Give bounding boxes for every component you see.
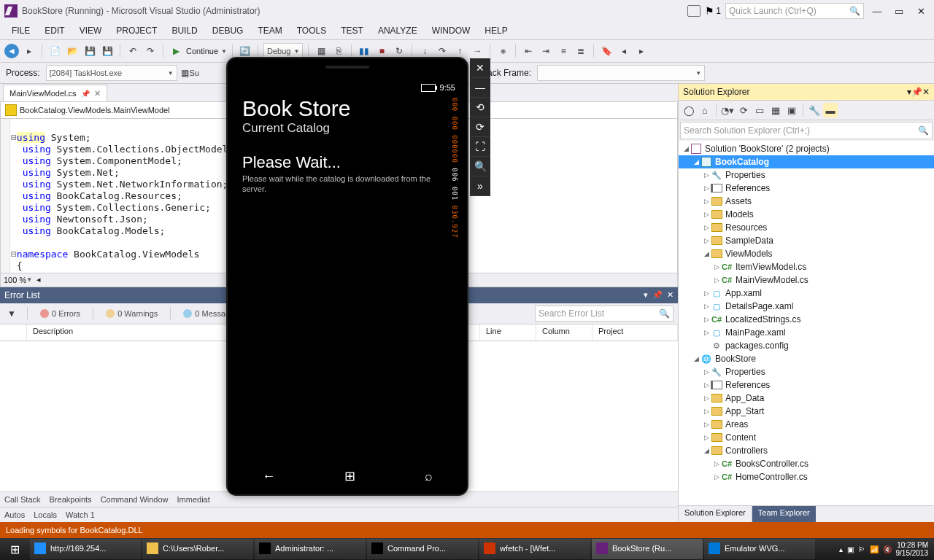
tab-breakpoints[interactable]: Breakpoints	[50, 495, 92, 504]
tree-item[interactable]: ▷Content	[679, 431, 934, 444]
emu-more-button[interactable]: »	[470, 176, 490, 196]
prev-bookmark[interactable]: ◂	[617, 44, 631, 58]
bookmark[interactable]: 🔖	[599, 44, 614, 58]
filter-icon[interactable]: ▼	[4, 306, 19, 321]
phone-screen[interactable]: 9:55 Book Store Current Catalog Please W…	[235, 80, 460, 458]
menu-file[interactable]: FILE	[6, 24, 36, 37]
new-project-button[interactable]: 📄	[47, 44, 62, 58]
menu-edit[interactable]: EDIT	[39, 24, 70, 37]
tab-locals[interactable]: Locals	[34, 510, 57, 519]
warnings-filter[interactable]: 0 Warnings	[101, 308, 162, 319]
tree-item[interactable]: ▷References	[679, 182, 934, 195]
uncomment[interactable]: ≣	[574, 44, 588, 58]
tab-teamexp[interactable]: Team Explorer	[752, 506, 816, 522]
errors-filter[interactable]: 0 Errors	[36, 308, 85, 319]
task-item[interactable]: wfetch - [Wfet...	[479, 539, 590, 559]
pin-icon[interactable]: 📌	[652, 290, 663, 300]
solexp-search[interactable]: Search Solution Explorer (Ctrl+;)🔍	[680, 122, 933, 139]
menu-test[interactable]: TEST	[335, 24, 369, 37]
phone-search-button[interactable]: ⌕	[425, 469, 433, 484]
tab-commandwindow[interactable]: Command Window	[101, 495, 169, 504]
save-all-button[interactable]: 💾	[100, 44, 115, 58]
tab-solexp[interactable]: Solution Explorer	[679, 506, 752, 522]
stop-button[interactable]: ■	[374, 44, 389, 58]
col-line[interactable]: Line	[480, 324, 536, 341]
menu-help[interactable]: HELP	[479, 24, 513, 37]
menu-build[interactable]: BUILD	[166, 24, 203, 37]
nav-fwd-button[interactable]: ▸	[22, 44, 36, 58]
open-button[interactable]: 📂	[65, 44, 80, 58]
scope-button[interactable]: ◔▾	[720, 103, 735, 117]
tree-item[interactable]: ▷App_Data	[679, 392, 934, 405]
close-icon[interactable]: ✕	[94, 89, 101, 98]
show-all-button[interactable]: ▦	[768, 103, 783, 117]
tool-b[interactable]: ⎘	[331, 44, 346, 58]
col-project[interactable]: Project	[593, 324, 678, 341]
intellitrace-button[interactable]: ⎈	[495, 44, 510, 58]
menu-window[interactable]: WINDOW	[426, 24, 476, 37]
task-item[interactable]: Emulator WVG...	[704, 539, 815, 559]
indent-more[interactable]: ⇥	[539, 44, 553, 58]
solexp-title[interactable]: Solution Explorer ▾ 📌 ✕	[679, 84, 934, 101]
tree-file[interactable]: ▷C#MainViewModel.cs	[679, 273, 934, 287]
tree-file[interactable]: ▷C#LocalizedStrings.cs	[679, 313, 934, 326]
tray-icon[interactable]: ▣	[847, 545, 854, 553]
feedback-icon[interactable]	[687, 5, 700, 17]
properties-button[interactable]: 🔧	[807, 103, 822, 117]
tray-up-icon[interactable]: ▴	[839, 545, 843, 553]
pin-icon[interactable]: 📌	[911, 87, 922, 97]
menu-analyze[interactable]: ANALYZE	[372, 24, 423, 37]
error-search-input[interactable]: Search Error List🔍	[535, 306, 674, 322]
minimize-button[interactable]: —	[868, 6, 886, 17]
indent-less[interactable]: ⇤	[521, 44, 536, 58]
emu-fit-button[interactable]: ⛶	[470, 137, 490, 157]
tree-item[interactable]: ▷Areas	[679, 418, 934, 431]
tool-a[interactable]: ▦	[314, 44, 328, 58]
emu-rotate-right-button[interactable]: ⟳	[470, 117, 490, 137]
tree-item[interactable]: ▷SampleData	[679, 234, 934, 247]
menu-tools[interactable]: TOOLS	[291, 24, 332, 37]
tree-file[interactable]: ▷▢App.xaml	[679, 287, 934, 300]
system-tray[interactable]: ▴ ▣ 🏳 📶 🔇 10:28 PM9/15/2013	[833, 541, 935, 557]
tree-file[interactable]: ⚙packages.config	[679, 339, 934, 352]
refresh-button[interactable]: 🔄	[238, 44, 252, 58]
step-over-button[interactable]: ↷	[435, 44, 449, 58]
save-button[interactable]: 💾	[82, 44, 97, 58]
tree-file[interactable]: ▷C#ItemViewModel.cs	[679, 260, 934, 273]
menu-project[interactable]: PROJECT	[110, 24, 163, 37]
continue-label[interactable]: Continue	[186, 47, 218, 55]
tree-file[interactable]: ▷C#BooksController.cs	[679, 457, 934, 470]
restore-button[interactable]: ▭	[890, 6, 908, 17]
tab-mainviewmodel[interactable]: MainViewModel.cs 📌 ✕	[3, 85, 107, 101]
solution-node[interactable]: ◢Solution 'BookStore' (2 projects)	[679, 142, 934, 155]
stackframe-combo[interactable]: ▼	[537, 65, 705, 81]
col-column[interactable]: Column	[536, 324, 593, 341]
chevron-down-icon[interactable]: ▼	[221, 48, 227, 55]
tab-callstack[interactable]: Call Stack	[4, 495, 41, 504]
tree-item[interactable]: ▷App_Start	[679, 405, 934, 418]
menu-team[interactable]: TEAM	[252, 24, 287, 37]
emu-rotate-left-button[interactable]: ⟲	[470, 98, 490, 117]
tree-viewmodels[interactable]: ◢ViewModels	[679, 247, 934, 260]
collapse-button[interactable]: ▭	[752, 103, 767, 117]
step-button[interactable]: →	[470, 44, 485, 58]
tree-file[interactable]: ▷▢MainPage.xaml	[679, 326, 934, 339]
next-bookmark[interactable]: ▸	[634, 44, 649, 58]
tree-item[interactable]: ▷References	[679, 378, 934, 392]
comment[interactable]: ≡	[556, 44, 571, 58]
menu-debug[interactable]: DEBUG	[207, 24, 250, 37]
emu-minimize-button[interactable]: —	[470, 78, 490, 98]
menu-view[interactable]: VIEW	[74, 24, 108, 37]
project-bookcatalog[interactable]: ◢BookCatalog	[679, 155, 934, 168]
tab-immediate[interactable]: Immediat	[177, 495, 210, 504]
tree-file[interactable]: ▷▢DetailsPage.xaml	[679, 300, 934, 313]
close-icon[interactable]: ✕	[667, 290, 674, 300]
nav-back-button[interactable]: ◄	[4, 44, 19, 58]
suspend-button[interactable]: ▦ Su	[183, 66, 198, 80]
step-into-button[interactable]: ↓	[417, 44, 432, 58]
task-item[interactable]: Administrator: ...	[255, 539, 366, 559]
volume-icon[interactable]: 🔇	[883, 545, 892, 553]
tray-icon[interactable]: 🏳	[858, 545, 865, 553]
sync-button[interactable]: ⟳	[736, 103, 751, 117]
start-button[interactable]: ⊞	[0, 538, 29, 560]
